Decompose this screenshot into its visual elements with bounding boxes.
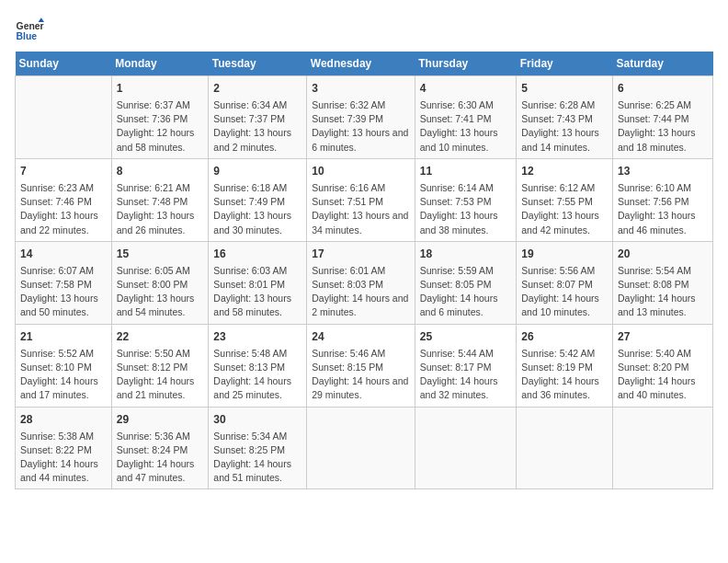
day-cell: 19Sunrise: 5:56 AMSunset: 8:07 PMDayligh… [517,241,613,324]
day-number: 30 [213,411,301,428]
day-cell: 16Sunrise: 6:03 AMSunset: 8:01 PMDayligh… [209,241,307,324]
day-cell: 8Sunrise: 6:21 AMSunset: 7:48 PMDaylight… [111,158,209,241]
day-cell: 4Sunrise: 6:30 AMSunset: 7:41 PMDaylight… [415,76,516,159]
col-header-tuesday: Tuesday [209,52,307,76]
day-info: Sunrise: 6:34 AMSunset: 7:37 PMDaylight:… [213,98,301,155]
day-info: Sunrise: 6:18 AMSunset: 7:49 PMDaylight:… [213,181,301,237]
day-number: 28 [20,411,107,428]
day-cell: 14Sunrise: 6:07 AMSunset: 7:58 PMDayligh… [16,241,112,324]
day-cell [517,407,613,489]
day-cell: 30Sunrise: 5:34 AMSunset: 8:25 PMDayligh… [209,407,307,489]
day-cell: 28Sunrise: 5:38 AMSunset: 8:22 PMDayligh… [16,407,112,489]
day-cell: 15Sunrise: 6:05 AMSunset: 8:00 PMDayligh… [111,241,209,324]
day-number: 1 [117,80,204,97]
day-number: 22 [117,328,204,345]
day-info: Sunrise: 6:32 AMSunset: 7:39 PMDaylight:… [312,98,410,155]
col-header-sunday: Sunday [16,52,112,76]
day-info: Sunrise: 5:44 AMSunset: 8:17 PMDaylight:… [420,347,511,403]
day-info: Sunrise: 5:54 AMSunset: 8:08 PMDaylight:… [618,264,708,320]
day-info: Sunrise: 5:52 AMSunset: 8:10 PMDaylight:… [20,347,107,403]
day-cell: 25Sunrise: 5:44 AMSunset: 8:17 PMDayligh… [415,324,516,407]
day-number: 4 [420,80,511,97]
day-cell: 5Sunrise: 6:28 AMSunset: 7:43 PMDaylight… [517,76,613,159]
day-number: 9 [213,163,301,179]
day-info: Sunrise: 6:05 AMSunset: 8:00 PMDaylight:… [117,264,204,320]
day-cell: 22Sunrise: 5:50 AMSunset: 8:12 PMDayligh… [111,324,209,407]
day-number: 2 [213,80,301,97]
day-cell: 11Sunrise: 6:14 AMSunset: 7:53 PMDayligh… [415,158,516,241]
day-number: 13 [618,163,708,179]
day-cell: 21Sunrise: 5:52 AMSunset: 8:10 PMDayligh… [16,324,112,407]
week-row-4: 21Sunrise: 5:52 AMSunset: 8:10 PMDayligh… [16,324,713,407]
day-info: Sunrise: 6:12 AMSunset: 7:55 PMDaylight:… [521,181,608,237]
day-number: 6 [618,80,708,97]
day-number: 24 [312,328,410,345]
day-info: Sunrise: 5:50 AMSunset: 8:12 PMDaylight:… [117,347,204,403]
day-info: Sunrise: 6:30 AMSunset: 7:41 PMDaylight:… [420,98,511,155]
calendar-table: SundayMondayTuesdayWednesdayThursdayFrid… [15,52,713,489]
day-number: 11 [420,163,511,179]
day-cell: 13Sunrise: 6:10 AMSunset: 7:56 PMDayligh… [612,158,712,241]
day-number: 10 [312,163,410,179]
day-info: Sunrise: 6:03 AMSunset: 8:01 PMDaylight:… [213,264,301,320]
week-row-5: 28Sunrise: 5:38 AMSunset: 8:22 PMDayligh… [16,407,713,489]
logo: General Blue [15,15,48,44]
day-cell: 23Sunrise: 5:48 AMSunset: 8:13 PMDayligh… [209,324,307,407]
day-cell: 20Sunrise: 5:54 AMSunset: 8:08 PMDayligh… [612,241,712,324]
day-number: 19 [521,246,608,262]
day-cell: 10Sunrise: 6:16 AMSunset: 7:51 PMDayligh… [307,158,415,241]
day-info: Sunrise: 5:48 AMSunset: 8:13 PMDaylight:… [213,347,301,403]
day-cell [415,407,516,489]
col-header-monday: Monday [111,52,209,76]
day-info: Sunrise: 5:36 AMSunset: 8:24 PMDaylight:… [117,430,204,486]
day-number: 27 [618,328,708,345]
day-info: Sunrise: 6:07 AMSunset: 7:58 PMDaylight:… [20,264,107,320]
day-info: Sunrise: 5:38 AMSunset: 8:22 PMDaylight:… [20,430,107,486]
week-row-3: 14Sunrise: 6:07 AMSunset: 7:58 PMDayligh… [16,241,713,324]
day-info: Sunrise: 5:42 AMSunset: 8:19 PMDaylight:… [521,347,608,403]
day-info: Sunrise: 6:21 AMSunset: 7:48 PMDaylight:… [117,181,204,237]
day-cell: 9Sunrise: 6:18 AMSunset: 7:49 PMDaylight… [209,158,307,241]
day-info: Sunrise: 5:46 AMSunset: 8:15 PMDaylight:… [312,347,410,403]
svg-text:Blue: Blue [17,31,38,41]
day-info: Sunrise: 5:40 AMSunset: 8:20 PMDaylight:… [618,347,708,403]
day-number: 8 [117,163,204,179]
svg-text:General: General [17,21,44,31]
day-number: 15 [117,246,204,262]
day-number: 23 [213,328,301,345]
day-number: 17 [312,246,410,262]
svg-marker-2 [39,17,44,22]
day-number: 5 [521,80,608,97]
day-info: Sunrise: 6:23 AMSunset: 7:46 PMDaylight:… [20,181,107,237]
day-number: 16 [213,246,301,262]
day-cell: 7Sunrise: 6:23 AMSunset: 7:46 PMDaylight… [16,158,112,241]
day-cell: 24Sunrise: 5:46 AMSunset: 8:15 PMDayligh… [307,324,415,407]
col-header-thursday: Thursday [415,52,516,76]
day-cell: 29Sunrise: 5:36 AMSunset: 8:24 PMDayligh… [111,407,209,489]
day-cell: 1Sunrise: 6:37 AMSunset: 7:36 PMDaylight… [111,76,209,159]
col-header-wednesday: Wednesday [307,52,415,76]
day-info: Sunrise: 6:01 AMSunset: 8:03 PMDaylight:… [312,264,410,320]
day-number: 20 [618,246,708,262]
day-info: Sunrise: 5:34 AMSunset: 8:25 PMDaylight:… [213,430,301,486]
header-row: SundayMondayTuesdayWednesdayThursdayFrid… [16,52,713,76]
col-header-saturday: Saturday [612,52,712,76]
day-cell [16,76,112,159]
day-number: 21 [20,328,107,345]
day-cell: 3Sunrise: 6:32 AMSunset: 7:39 PMDaylight… [307,76,415,159]
day-number: 7 [20,163,107,179]
week-row-1: 1Sunrise: 6:37 AMSunset: 7:36 PMDaylight… [16,76,713,159]
day-info: Sunrise: 6:16 AMSunset: 7:51 PMDaylight:… [312,181,410,237]
day-cell [307,407,415,489]
day-cell: 17Sunrise: 6:01 AMSunset: 8:03 PMDayligh… [307,241,415,324]
day-info: Sunrise: 6:14 AMSunset: 7:53 PMDaylight:… [420,181,511,237]
day-cell: 26Sunrise: 5:42 AMSunset: 8:19 PMDayligh… [517,324,613,407]
day-cell: 27Sunrise: 5:40 AMSunset: 8:20 PMDayligh… [612,324,712,407]
day-number: 14 [20,246,107,262]
day-info: Sunrise: 6:25 AMSunset: 7:44 PMDaylight:… [618,98,708,155]
logo-icon: General Blue [15,15,44,44]
week-row-2: 7Sunrise: 6:23 AMSunset: 7:46 PMDaylight… [16,158,713,241]
day-info: Sunrise: 5:59 AMSunset: 8:05 PMDaylight:… [420,264,511,320]
day-cell [612,407,712,489]
day-number: 25 [420,328,511,345]
